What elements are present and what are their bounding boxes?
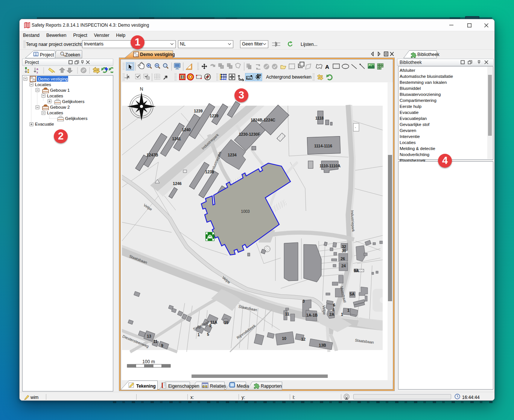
svg-text:1110-1110A: 1110-1110A (319, 164, 341, 168)
svg-text:Rapporten: Rapporten (261, 384, 282, 389)
svg-text:24: 24 (341, 264, 346, 268)
svg-text:Gelijkvloers: Gelijkvloers (62, 99, 85, 104)
svg-text:1118: 1118 (315, 116, 324, 120)
svg-text:11A: 11A (210, 320, 217, 324)
svg-text:Velpe: Velpe (322, 305, 327, 315)
svg-text:1114-1116: 1114-1116 (314, 144, 332, 148)
svg-text:A: A (325, 64, 329, 70)
svg-text:Locaties: Locaties (35, 82, 51, 87)
svg-text:1239: 1239 (210, 114, 219, 118)
svg-text:9A: 9A (354, 268, 359, 273)
svg-text:Locaties: Locaties (47, 111, 63, 115)
svg-text:Evacuatie: Evacuatie (35, 122, 54, 126)
svg-text:6: 6 (333, 303, 335, 307)
svg-text:11: 11 (153, 339, 157, 344)
svg-text:Achtergrond bewerken: Achtergrond bewerken (266, 74, 312, 80)
svg-text:10: 10 (282, 336, 286, 341)
svg-text:5: 5 (207, 332, 209, 337)
svg-text:Demo vestiging: Demo vestiging (38, 77, 68, 81)
svg-text:1234: 1234 (228, 153, 237, 157)
svg-text:Demo vestiging: Demo vestiging (140, 52, 175, 57)
svg-text:1224B-1224C: 1224B-1224C (251, 118, 275, 122)
svg-text:1247B: 1247B (147, 153, 158, 157)
svg-text:26: 26 (341, 256, 345, 261)
svg-text:Gelijkvloers: Gelijkvloers (65, 116, 88, 121)
svg-text:1241: 1241 (172, 136, 181, 141)
svg-text:Locaties: Locaties (47, 94, 63, 98)
svg-text:1230-1230F: 1230-1230F (239, 132, 260, 136)
svg-text:1003: 1003 (241, 209, 250, 214)
svg-text:5A: 5A (350, 292, 355, 296)
svg-text:Tekening: Tekening (136, 384, 156, 389)
svg-text:N: N (259, 74, 261, 76)
svg-text:1239: 1239 (194, 109, 203, 113)
svg-text:4: 4 (332, 308, 335, 312)
svg-text:100 m: 100 m (142, 359, 155, 364)
svg-text:13B: 13B (319, 343, 326, 347)
svg-text:9: 9 (161, 343, 163, 348)
svg-text:a: a (36, 67, 38, 71)
svg-text:1A-1B: 1A-1B (306, 313, 318, 317)
svg-text:3: 3 (303, 299, 305, 303)
svg-text:z: z (36, 71, 38, 74)
svg-text:Gebouw 1: Gebouw 1 (50, 88, 70, 92)
svg-text:13: 13 (147, 334, 151, 338)
svg-text:1246: 1246 (173, 181, 182, 186)
svg-text:2A: 2A (329, 312, 335, 317)
svg-text:1: 1 (198, 332, 200, 337)
svg-text:Media: Media (237, 384, 249, 389)
svg-text:Eigenschappen: Eigenschappen (168, 384, 199, 389)
svg-text:11: 11 (285, 312, 289, 316)
svg-text:Relaties: Relaties (210, 384, 226, 389)
svg-text:Bibliotheek: Bibliotheek (417, 52, 439, 57)
svg-text:1240: 1240 (182, 127, 191, 132)
svg-text:-: - (355, 126, 356, 129)
svg-text:1: 1 (341, 312, 343, 317)
svg-text:15: 15 (224, 320, 228, 325)
svg-text:30: 30 (342, 249, 346, 253)
svg-text:Gebouw 2: Gebouw 2 (50, 105, 70, 109)
svg-text:1: 1 (347, 308, 350, 312)
svg-text:12: 12 (301, 337, 306, 341)
svg-text:N: N (140, 86, 143, 92)
